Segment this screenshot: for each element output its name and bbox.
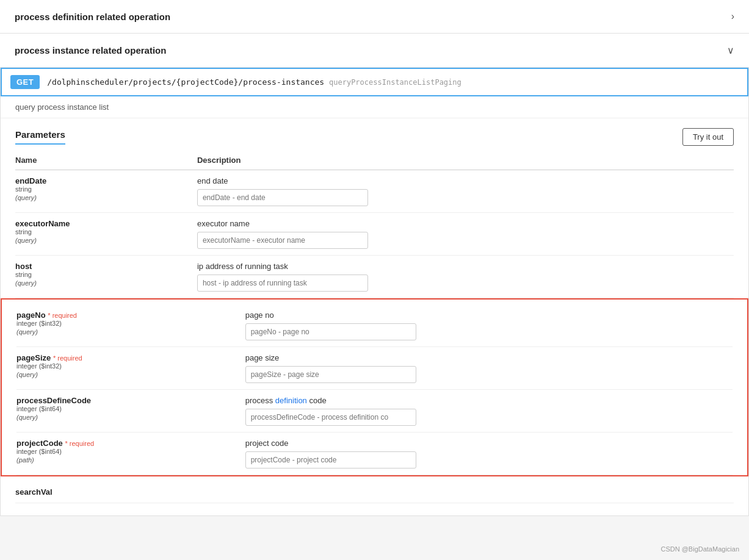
param-description: process definition code [245, 396, 728, 405]
param-input-host[interactable] [197, 275, 368, 292]
param-desc-cell: page size [245, 347, 733, 390]
required-parameters-table: pageNo * required integer ($int32) (quer… [16, 304, 733, 475]
param-input-projectCode[interactable] [245, 451, 416, 468]
param-name: executorName [15, 219, 70, 228]
col-name-header: Name [15, 151, 197, 170]
param-type: integer ($int64) [16, 405, 241, 412]
process-definition-title: process definition related operation [15, 12, 170, 22]
parameters-table: Name Description endDate string (query) … [15, 151, 734, 298]
param-desc-cell: executor name [197, 213, 734, 256]
endpoint-query-label: queryProcessInstanceListPaging [329, 78, 461, 87]
param-desc-cell [659, 481, 734, 503]
required-label: * required [53, 354, 82, 362]
param-desc-cell: process definition code [245, 390, 733, 433]
param-input-processDefineCode[interactable] [245, 409, 416, 426]
param-desc-cell: ip address of running task [197, 256, 734, 298]
parameters-section: Parameters Try it out Name Description e… [1, 118, 748, 515]
process-definition-chevron: › [731, 11, 734, 22]
param-location: (query) [15, 237, 37, 244]
endpoint-bar[interactable]: GET /dolphinscheduler/projects/{projectC… [1, 68, 748, 96]
table-row: pageSize * required integer ($int32) (qu… [16, 347, 733, 390]
param-desc-cell: project code [245, 433, 733, 475]
required-label: * required [65, 440, 94, 447]
param-name: pageSize [16, 353, 51, 362]
param-input-executorName[interactable] [197, 232, 368, 249]
param-name-cell: pageNo * required integer ($int32) (quer… [16, 304, 245, 347]
required-params-section: pageNo * required integer ($int32) (quer… [1, 298, 748, 476]
param-name-cell: executorName string (query) [15, 213, 197, 256]
param-name: host [15, 262, 32, 271]
after-required-table: searchVal [15, 481, 734, 503]
param-input-pageNo[interactable] [245, 323, 416, 340]
http-method-badge: GET [10, 75, 40, 89]
param-type: integer ($int32) [16, 362, 241, 370]
param-name-cell: searchVal [15, 481, 659, 503]
endpoint-description: query process instance list [1, 96, 748, 118]
param-name-cell: projectCode * required integer ($int64) … [16, 433, 245, 475]
param-description: ip address of running task [197, 262, 729, 271]
table-row: searchVal [15, 481, 734, 503]
param-location: (query) [16, 371, 38, 378]
param-input-endDate[interactable] [197, 189, 368, 206]
param-description: project code [245, 439, 728, 448]
col-description-header: Description [197, 151, 734, 170]
param-location: (query) [15, 194, 37, 201]
param-input-pageSize[interactable] [245, 366, 416, 383]
param-name: pageNo [16, 311, 46, 320]
table-row: projectCode * required integer ($int64) … [16, 433, 733, 475]
table-row: endDate string (query) end date [15, 170, 734, 213]
table-row: pageNo * required integer ($int32) (quer… [16, 304, 733, 347]
table-row: host string (query) ip address of runnin… [15, 256, 734, 298]
param-name-cell: host string (query) [15, 256, 197, 298]
table-row: processDefineCode integer ($int64) (quer… [16, 390, 733, 433]
param-description: page no [245, 311, 728, 320]
endpoint-path-text: /dolphinscheduler/projects/{projectCode}… [47, 77, 324, 87]
parameters-title: Parameters [15, 129, 65, 145]
param-name-cell: processDefineCode integer ($int64) (quer… [16, 390, 245, 433]
page-wrapper: process definition related operation › p… [0, 0, 749, 516]
param-type: string [15, 228, 192, 235]
param-description: page size [245, 353, 728, 362]
definition-link[interactable]: definition [275, 396, 307, 405]
param-name: endDate [15, 176, 46, 185]
try-it-out-button[interactable]: Try it out [682, 128, 734, 146]
param-location: (query) [16, 414, 38, 421]
param-type: integer ($int32) [16, 320, 241, 327]
param-location: (path) [16, 456, 34, 464]
param-description: executor name [197, 219, 729, 228]
param-name: searchVal [15, 487, 52, 497]
process-instance-title: process instance related operation [15, 45, 166, 56]
parameters-header: Parameters Try it out [15, 118, 734, 146]
param-type: integer ($int64) [16, 448, 241, 455]
process-instance-chevron: ∨ [727, 45, 734, 56]
process-instance-section-header[interactable]: process instance related operation ∨ [0, 34, 749, 68]
param-type: string [15, 185, 192, 193]
process-instance-section-body: GET /dolphinscheduler/projects/{projectC… [0, 68, 749, 516]
param-location: (query) [16, 328, 38, 336]
required-label: * required [48, 312, 77, 319]
endpoint-path: /dolphinscheduler/projects/{projectCode}… [47, 77, 461, 87]
table-row: executorName string (query) executor nam… [15, 213, 734, 256]
param-description: end date [197, 176, 729, 185]
param-name: processDefineCode [16, 396, 91, 405]
param-name-cell: pageSize * required integer ($int32) (qu… [16, 347, 245, 390]
param-desc-cell: end date [197, 170, 734, 213]
param-name-cell: endDate string (query) [15, 170, 197, 213]
param-type: string [15, 271, 192, 278]
param-name: projectCode [16, 439, 63, 448]
param-location: (query) [15, 279, 37, 287]
param-desc-cell: page no [245, 304, 733, 347]
process-definition-section-header[interactable]: process definition related operation › [0, 0, 749, 34]
